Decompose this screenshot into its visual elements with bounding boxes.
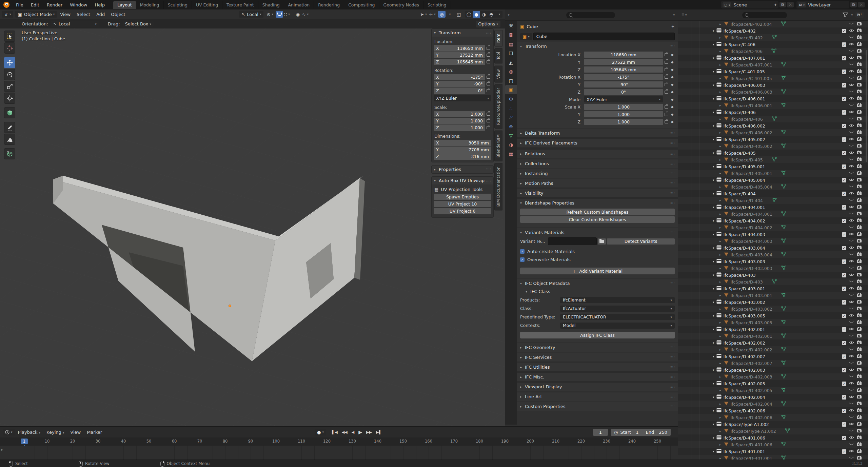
outliner-item[interactable]: ▾IfcSpace/D-402✓: [678, 27, 868, 34]
animate-dot[interactable]: ●: [669, 113, 675, 116]
selectability-checkbox[interactable]: ✓: [842, 327, 846, 332]
animate-dot[interactable]: ●: [669, 83, 675, 86]
mode-dropdown[interactable]: XYZ Euler▾: [584, 96, 663, 102]
expand-icon[interactable]: ▸: [719, 77, 721, 80]
camera-visibility-icon[interactable]: [856, 157, 862, 162]
outliner-item[interactable]: ▾IfcSpace/C-406✓: [678, 41, 868, 48]
value-field-z[interactable]: Z316 mm: [434, 153, 491, 160]
lock-icon[interactable]: [487, 60, 490, 63]
value-field[interactable]: 1.000: [584, 111, 663, 117]
hide-eye-icon[interactable]: [849, 117, 854, 122]
outliner-item[interactable]: ▾IfcSpace/D-405.002✓: [678, 136, 868, 143]
selectability-checkbox[interactable]: ✓: [842, 137, 846, 142]
item-label[interactable]: IfcSpace/D-403.001: [731, 293, 772, 298]
menu-window[interactable]: Window: [66, 2, 91, 7]
viewport-menu-view[interactable]: View: [57, 12, 74, 17]
expand-icon[interactable]: ▾: [713, 151, 714, 155]
xray-toggle[interactable]: ◱: [455, 11, 462, 18]
item-label[interactable]: IfcSpace/C-401.005: [731, 76, 772, 81]
hide-eye-icon[interactable]: [849, 408, 854, 413]
hide-eye-icon[interactable]: [849, 62, 854, 67]
camera-visibility-icon[interactable]: [856, 232, 862, 237]
ifc-dropdown-predefinedtype[interactable]: ELECTRICACTUATOR▾: [560, 314, 675, 320]
hide-eye-icon[interactable]: [849, 151, 854, 156]
tab-physics-properties[interactable]: ☄: [505, 113, 517, 122]
expand-icon[interactable]: ▾: [713, 436, 714, 440]
expand-icon[interactable]: ▾: [713, 273, 714, 277]
item-label[interactable]: IfcSpace/D-402.005: [731, 388, 772, 393]
outliner-item-child[interactable]: ▸IfcSpace/D-403.003: [678, 265, 868, 272]
expand-icon[interactable]: ▾: [713, 192, 714, 195]
expand-icon[interactable]: ▾: [713, 260, 714, 263]
camera-visibility-icon[interactable]: [856, 211, 862, 217]
hide-eye-icon[interactable]: [849, 449, 854, 454]
workspace-tab-sculpting[interactable]: Sculpting: [164, 1, 192, 9]
outliner-item[interactable]: ▾IfcSpace/D-404.001✓: [678, 204, 868, 211]
camera-visibility-icon[interactable]: [856, 116, 862, 122]
expand-icon[interactable]: ▸: [719, 50, 721, 53]
hide-eye-icon[interactable]: [849, 252, 854, 257]
outliner-item[interactable]: ▾IfcSpace/D-401.001✓: [678, 448, 868, 455]
value-field[interactable]: 27522 mm: [584, 59, 663, 65]
scene-copy-button[interactable]: ⧉: [780, 2, 786, 7]
item-label[interactable]: IfcSpace/D-403.004: [724, 246, 765, 251]
variant-text-field[interactable]: [548, 237, 597, 245]
selectability-checkbox[interactable]: ✓: [842, 300, 846, 305]
hide-eye-icon[interactable]: [849, 340, 854, 346]
expand-icon[interactable]: ▾: [713, 328, 714, 331]
expand-icon[interactable]: ▸: [719, 117, 721, 121]
camera-visibility-icon[interactable]: [856, 28, 862, 34]
lock-icon[interactable]: [665, 83, 668, 86]
transform-orientation-dropdown[interactable]: ↖ Local▾: [239, 11, 263, 18]
tab-modifier-properties[interactable]: ⚙: [505, 94, 517, 103]
item-label[interactable]: IfcSpace/D-404: [731, 198, 763, 203]
outliner-item[interactable]: ▾IfcSpace/D-404.003✓: [678, 231, 868, 238]
lock-icon[interactable]: [487, 47, 490, 50]
hide-eye-icon[interactable]: [849, 35, 854, 40]
camera-visibility-icon[interactable]: [856, 327, 862, 332]
hide-eye-icon[interactable]: [849, 42, 854, 47]
sidebar-tab-item[interactable]: Item: [494, 30, 502, 46]
outliner-item-child[interactable]: ▸IfcSpace/D-405: [678, 156, 868, 163]
item-label[interactable]: IfcSpace/D-405.001: [731, 171, 772, 176]
expand-icon[interactable]: ▸: [719, 90, 721, 94]
expand-icon[interactable]: ▸: [719, 362, 721, 365]
item-label[interactable]: IfcSpace/D-401.001: [731, 456, 772, 460]
expand-icon[interactable]: ▾: [713, 450, 714, 453]
collapsed-panel-ifc-utilities[interactable]: ▸IFC Utilities∷∷: [517, 363, 678, 372]
button-refresh-custom-blendshapes[interactable]: Refresh Custom Blendshapes: [520, 209, 675, 215]
expand-icon[interactable]: ▾: [713, 206, 714, 209]
checkbox-auto-create-materials[interactable]: ✓: [520, 249, 525, 254]
hide-eye-icon[interactable]: [849, 205, 854, 210]
camera-visibility-icon[interactable]: [856, 96, 862, 101]
expand-icon[interactable]: ▾: [713, 368, 714, 372]
item-label[interactable]: IfcSpace/D-404.001: [724, 205, 765, 210]
selectability-checkbox[interactable]: ✓: [842, 124, 846, 128]
tab-world-properties[interactable]: ◍: [505, 67, 517, 76]
item-label[interactable]: IfcSpace/D-403: [724, 273, 756, 278]
hide-eye-icon[interactable]: [849, 381, 854, 386]
jump-to-end-button[interactable]: ▶▌: [374, 430, 383, 434]
viewlayer-icon[interactable]: ⧉▾: [798, 2, 806, 7]
value-field-x[interactable]: X118650 mm: [434, 45, 485, 52]
properties-collapsed-panel[interactable]: ▸Properties ∷∷: [431, 165, 494, 174]
lock-icon[interactable]: [665, 91, 668, 94]
object-name-field[interactable]: [533, 33, 675, 40]
outliner-item-child[interactable]: ▸IfcSpace/D-402.001: [678, 333, 868, 339]
value-field[interactable]: 0°: [584, 89, 663, 95]
hide-eye-icon[interactable]: [849, 110, 854, 115]
expand-icon[interactable]: ▾: [713, 124, 714, 128]
outliner-item-child[interactable]: ▸IfcSpace/D-405.004: [678, 183, 868, 190]
camera-visibility-icon[interactable]: [856, 422, 862, 427]
camera-visibility-icon[interactable]: [856, 401, 862, 407]
camera-visibility-icon[interactable]: [856, 347, 862, 352]
expand-icon[interactable]: ▾: [713, 219, 714, 222]
tab-texture-properties[interactable]: ▦: [505, 149, 517, 158]
shading-rendered-button[interactable]: ◓: [488, 11, 495, 18]
item-label[interactable]: IfcSpace/D-402.001: [724, 327, 765, 332]
ifc-dropdown-class[interactable]: IfcActuator▾: [560, 306, 675, 312]
tool-rotate-button[interactable]: [4, 69, 15, 80]
tab-output-properties[interactable]: ▤: [505, 39, 517, 48]
item-label[interactable]: IfcSpace/D-404: [724, 191, 756, 196]
animate-dot[interactable]: ●: [669, 98, 675, 101]
